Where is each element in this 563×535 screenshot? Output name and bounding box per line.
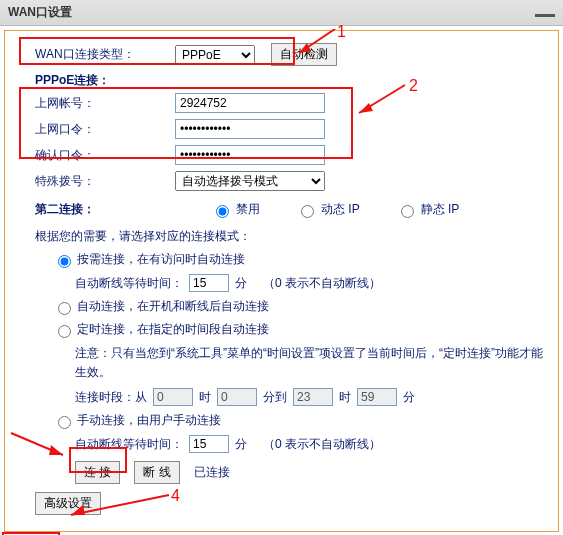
wan-type-select[interactable]: PPPoE <box>175 45 255 65</box>
mode-opt-timed[interactable]: 定时连接，在指定的时间段自动连接 <box>53 321 544 338</box>
window-title: WAN口设置 <box>8 4 72 21</box>
pppoe-title: PPPoE连接： <box>35 72 544 89</box>
second-opt-dynamic[interactable]: 动态 IP <box>296 201 360 218</box>
title-bar: WAN口设置 <box>0 0 563 26</box>
timed-note: 注意：只有当您到“系统工具”菜单的“时间设置”项设置了当前时间后，“定时连接”功… <box>75 344 544 382</box>
special-row: 特殊拨号： 自动选择拨号模式 <box>35 171 544 191</box>
period-h2 <box>293 388 333 406</box>
mode-opt-ondemand[interactable]: 按需连接，在有访问时自动连接 <box>53 251 544 268</box>
period-m1 <box>217 388 257 406</box>
password-label: 上网口令： <box>35 121 175 138</box>
period-row: 连接时段：从 时 分到 时 分 <box>75 388 544 406</box>
second-conn-row: 第二连接： 禁用 动态 IP 静态 IP <box>35 201 544 218</box>
confirm-label: 确认口令： <box>35 147 175 164</box>
advanced-button[interactable]: 高级设置 <box>35 492 101 515</box>
account-input[interactable] <box>175 93 325 113</box>
content-panel: WAN口连接类型： PPPoE 自动检测 PPPoE连接： 上网帐号： 上网口令… <box>4 30 559 532</box>
wan-type-row: WAN口连接类型： PPPoE 自动检测 <box>35 43 544 66</box>
second-opt-disable[interactable]: 禁用 <box>211 201 260 218</box>
confirm-row: 确认口令： <box>35 145 544 165</box>
wait-row-a: 自动断线等待时间： 分 （0 表示不自动断线） <box>75 274 544 292</box>
wait-row-b: 自动断线等待时间： 分 （0 表示不自动断线） <box>75 435 544 453</box>
minimize-icon[interactable] <box>535 9 555 17</box>
mode-opt-manual[interactable]: 手动连接，由用户手动连接 <box>53 412 544 429</box>
auto-detect-button[interactable]: 自动检测 <box>271 43 337 66</box>
wait-input-b[interactable] <box>189 435 229 453</box>
mode-options: 按需连接，在有访问时自动连接 自动断线等待时间： 分 （0 表示不自动断线） 自… <box>53 251 544 484</box>
password-input[interactable] <box>175 119 325 139</box>
action-row: 连 接 断 线 已连接 <box>75 461 544 484</box>
wait-input-a[interactable] <box>189 274 229 292</box>
connect-button[interactable]: 连 接 <box>75 461 120 484</box>
account-label: 上网帐号： <box>35 95 175 112</box>
period-m2 <box>357 388 397 406</box>
mode-desc: 根据您的需要，请选择对应的连接模式： <box>35 228 544 245</box>
special-select[interactable]: 自动选择拨号模式 <box>175 171 325 191</box>
confirm-input[interactable] <box>175 145 325 165</box>
special-label: 特殊拨号： <box>35 173 175 190</box>
status-text: 已连接 <box>194 464 230 481</box>
account-row: 上网帐号： <box>35 93 544 113</box>
mode-opt-auto[interactable]: 自动连接，在开机和断线后自动连接 <box>53 298 544 315</box>
second-opt-static[interactable]: 静态 IP <box>396 201 460 218</box>
password-row: 上网口令： <box>35 119 544 139</box>
wan-type-label: WAN口连接类型： <box>35 46 175 63</box>
period-h1 <box>153 388 193 406</box>
second-conn-label: 第二连接： <box>35 201 175 218</box>
advanced-row: 高级设置 <box>35 492 544 515</box>
disconnect-button[interactable]: 断 线 <box>134 461 179 484</box>
